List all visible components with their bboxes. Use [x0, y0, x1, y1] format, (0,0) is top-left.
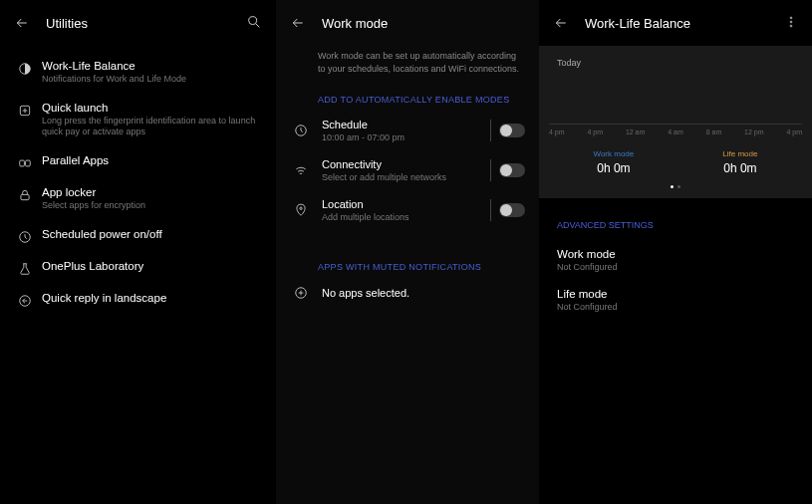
toggle-title: Schedule [322, 119, 482, 130]
divider [490, 199, 491, 221]
dot[interactable] [671, 185, 674, 188]
divider [490, 159, 491, 181]
back-icon[interactable] [290, 15, 306, 31]
reply-icon [14, 294, 36, 308]
location-icon [290, 203, 312, 217]
usage-chart: Today 4 pm 4 pm 12 am 4 am 8 am 12 pm 4 … [539, 46, 812, 198]
work-mode-title: Work mode [322, 16, 388, 31]
toggle-schedule[interactable]: Schedule10:00 am - 07:00 pm [276, 111, 539, 150]
no-apps-text: No apps selected. [322, 287, 525, 299]
adv-life-mode[interactable]: Life mode Not Configured [557, 280, 794, 320]
item-title: Scheduled power on/off [42, 228, 162, 240]
utilities-title: Utilities [46, 16, 88, 31]
quick-launch-icon [14, 104, 36, 118]
sidebar-item-scheduled-power[interactable]: Scheduled power on/off [0, 220, 276, 252]
toggle-subtitle: 10:00 am - 07:00 pm [322, 132, 482, 142]
tick: 8 am [706, 128, 722, 135]
wifi-icon [290, 163, 312, 177]
tick: 4 am [668, 128, 683, 135]
advanced-label: ADVANCED SETTINGS [557, 220, 794, 230]
adv-subtitle: Not Configured [557, 262, 794, 272]
stat-work: Work mode 0h 0m [594, 149, 635, 175]
svg-point-0 [249, 17, 257, 25]
adv-subtitle: Not Configured [557, 302, 794, 312]
balance-icon [14, 62, 36, 76]
add-apps-row[interactable]: No apps selected. [276, 278, 539, 308]
balance-panel: Work-Life Balance Today 4 pm 4 pm 12 am … [539, 0, 812, 504]
sidebar-item-quick-reply[interactable]: Quick reply in landscape [0, 284, 276, 316]
clock-icon [14, 230, 36, 244]
item-title: App locker [42, 186, 145, 198]
toggle-connectivity[interactable]: ConnectivitySelect or add multiple netwo… [276, 150, 539, 190]
sidebar-item-app-locker[interactable]: App lockerSelect apps for encryption [0, 178, 276, 220]
stat-life-value: 0h 0m [722, 161, 757, 175]
sidebar-item-quick-launch[interactable]: Quick launchLong press the fingerprint i… [0, 94, 276, 146]
section-auto-enable: ADD TO AUTOMATICALLY ENABLE MODES [276, 85, 539, 111]
toggle-subtitle: Select or add multiple networks [322, 172, 482, 182]
adv-title: Life mode [557, 288, 794, 300]
advanced-settings: ADVANCED SETTINGS Work mode Not Configur… [539, 212, 812, 328]
toggle-title: Location [322, 198, 482, 210]
svg-point-9 [300, 207, 302, 209]
svg-rect-4 [26, 160, 31, 166]
chart-axis: 4 pm 4 pm 12 am 4 am 8 am 12 pm 4 pm [549, 124, 802, 135]
work-mode-header: Work mode [276, 0, 539, 46]
svg-rect-5 [21, 194, 29, 199]
item-title: Parallel Apps [42, 154, 109, 166]
work-mode-description: Work mode can be set up automatically ac… [276, 46, 539, 85]
kebab-icon[interactable] [784, 15, 798, 31]
balance-title: Work-Life Balance [585, 16, 690, 31]
item-title: Quick reply in landscape [42, 292, 166, 304]
location-switch[interactable] [499, 203, 525, 217]
connectivity-switch[interactable] [499, 163, 525, 177]
svg-point-12 [790, 21, 792, 23]
back-icon[interactable] [14, 15, 30, 31]
item-subtitle: Select apps for encryption [42, 200, 145, 212]
item-subtitle: Notifications for Work and Life Mode [42, 74, 186, 86]
item-title: OnePlus Laboratory [42, 260, 143, 272]
sidebar-item-work-life-balance[interactable]: Work-Life BalanceNotifications for Work … [0, 52, 276, 94]
item-title: Quick launch [42, 102, 262, 114]
parallel-apps-icon [14, 156, 36, 170]
tick: 4 pm [587, 128, 603, 135]
item-subtitle: Long press the fingerprint identificatio… [42, 116, 262, 138]
dot[interactable] [677, 185, 680, 188]
toggle-subtitle: Add multiple locations [322, 212, 482, 222]
work-mode-panel: Work mode Work mode can be set up automa… [276, 0, 539, 504]
chart-today-label: Today [557, 58, 802, 68]
lock-icon [14, 188, 36, 202]
back-icon[interactable] [553, 15, 569, 31]
balance-header: Work-Life Balance [539, 0, 812, 46]
item-title: Work-Life Balance [42, 60, 186, 72]
sidebar-item-oneplus-lab[interactable]: OnePlus Laboratory [0, 252, 276, 284]
tick: 4 pm [549, 128, 565, 135]
tick: 4 pm [786, 128, 802, 135]
toggle-location[interactable]: LocationAdd multiple locations [276, 190, 539, 230]
svg-point-11 [790, 17, 792, 19]
svg-rect-3 [20, 160, 25, 166]
tick: 12 pm [744, 128, 763, 135]
schedule-switch[interactable] [499, 124, 525, 137]
chart-stats: Work mode 0h 0m Life mode 0h 0m [549, 149, 802, 175]
page-dots [549, 185, 802, 188]
stat-life: Life mode 0h 0m [722, 149, 757, 175]
plus-circle-icon [290, 286, 312, 300]
sidebar-item-parallel-apps[interactable]: Parallel Apps [0, 146, 276, 178]
adv-title: Work mode [557, 248, 794, 260]
section-muted-apps: APPS WITH MUTED NOTIFICATIONS [276, 252, 539, 278]
stat-work-label: Work mode [594, 149, 635, 158]
utilities-panel: Utilities Work-Life BalanceNotifications… [0, 0, 276, 504]
flask-icon [14, 262, 36, 276]
utilities-header: Utilities [0, 0, 276, 46]
stat-work-value: 0h 0m [594, 161, 635, 175]
stat-life-label: Life mode [722, 149, 757, 158]
svg-point-13 [790, 25, 792, 27]
tick: 12 am [626, 128, 645, 135]
adv-work-mode[interactable]: Work mode Not Configured [557, 240, 794, 280]
divider [490, 120, 491, 141]
clock-icon [290, 124, 312, 137]
search-icon[interactable] [246, 14, 262, 32]
toggle-title: Connectivity [322, 158, 482, 170]
utilities-list: Work-Life BalanceNotifications for Work … [0, 46, 276, 322]
